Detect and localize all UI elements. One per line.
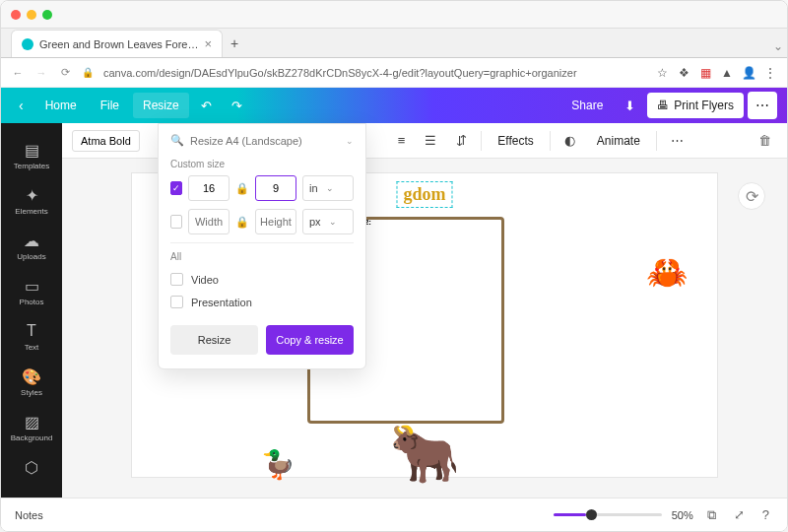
footer-bar: Notes 50% ⧉ ⤢ ? [1,498,787,531]
menu-file[interactable]: File [91,93,129,118]
unit-select-2[interactable]: px⌄ [302,209,354,234]
sidebar-item-templates[interactable]: ▤Templates [1,133,62,178]
window-controls[interactable] [11,10,52,20]
yak-graphic[interactable]: 🐂 [389,420,460,487]
design-title-text[interactable]: gdom [396,181,452,208]
checkbox[interactable] [170,273,183,286]
sidebar-item-background[interactable]: ▨Background [1,405,62,450]
effects-button[interactable]: Effects [490,130,541,152]
photos-icon: ▭ [25,277,39,295]
left-sidebar: ▤Templates ✦Elements ☁Uploads ▭Photos TT… [1,123,62,498]
refresh-canvas-icon[interactable]: ⟳ [738,182,765,210]
clear-icon[interactable]: ⌄ [346,136,354,146]
align-icon[interactable]: ≡ [392,129,412,152]
lock-ratio-icon[interactable]: 🔒 [235,182,249,195]
help-icon[interactable]: ? [758,505,773,524]
menu-home[interactable]: Home [35,93,87,118]
extensions: ☆ ❖ ▦ ▲ 👤 ⋮ [655,66,777,80]
resize-search[interactable]: 🔍 ⌄ [170,134,354,147]
custom-size-checkbox[interactable]: ✓ [170,181,182,195]
zoom-level[interactable]: 50% [672,509,693,521]
new-tab-button[interactable]: + [223,30,246,57]
copy-resize-button[interactable]: Copy & resize [266,325,354,355]
custom-size-label: Custom size [170,159,354,169]
forward-icon[interactable]: → [34,67,48,79]
app-menu-bar: ‹ Home File Resize ↶ ↷ Share ⬇ 🖶 Print F… [1,88,787,123]
resize-button[interactable]: Resize [170,325,258,355]
spacing-icon[interactable]: ⇵ [450,129,473,152]
page-count-icon[interactable]: ⧉ [703,505,720,525]
undo-icon[interactable]: ↶ [193,95,220,117]
kebab-menu-icon[interactable]: ⋮ [763,66,777,80]
more-menu-button[interactable]: ⋯ [748,92,777,119]
resize-option-video[interactable]: Video [170,268,354,291]
extension-icon[interactable]: ▦ [698,66,712,80]
styles-icon: 🎨 [22,367,41,385]
share-button[interactable]: Share [561,93,613,118]
close-window-icon[interactable] [11,10,21,20]
crab-graphic[interactable]: 🦀 [646,252,688,292]
sidebar-item-uploads[interactable]: ☁Uploads [1,224,62,269]
resize-option-presentation[interactable]: Presentation [170,291,354,313]
maximize-window-icon[interactable] [42,10,52,20]
templates-icon: ▤ [25,141,39,159]
redo-icon[interactable]: ↷ [224,95,250,117]
search-icon: 🔍 [170,134,184,147]
close-tab-icon[interactable]: × [204,36,212,51]
height-input-2[interactable] [255,209,296,234]
fullscreen-icon[interactable]: ⤢ [730,505,749,524]
url-text[interactable]: canva.com/design/DAEsdYlpuGo/skBZ278dKrC… [103,67,645,79]
print-label: Print Flyers [674,99,734,112]
minimize-window-icon[interactable] [27,10,36,20]
zoom-slider[interactable] [554,513,662,516]
back-icon[interactable]: ← [11,67,25,79]
notes-button[interactable]: Notes [15,509,43,521]
all-label: All [170,251,354,262]
canvas-area: Atma Bold ≡ ☰ ⇵ Effects ◐ Animate ⋯ 🗑 🔍 … [62,123,787,498]
sidebar-item-text[interactable]: TText [1,314,62,360]
address-bar: ← → ⟳ 🔒 canva.com/design/DAEsdYlpuGo/skB… [1,58,787,88]
font-select[interactable]: Atma Bold [72,130,140,152]
text-icon: T [27,322,36,340]
back-arrow-icon[interactable]: ‹ [11,94,32,117]
extension-icon[interactable]: ▲ [720,66,734,80]
more-icon: ⬡ [25,458,38,476]
tab-title: Green and Brown Leaves Fore… [39,38,198,50]
uploads-icon: ☁ [24,232,39,249]
resize-panel: 🔍 ⌄ Custom size ✓ 🔒 in⌄ 🔒 px⌄ All [158,123,366,369]
elements-icon: ✦ [26,186,38,204]
tab-overflow-icon[interactable]: ⌄ [769,35,787,57]
extension-icon[interactable]: ❖ [677,66,690,80]
sidebar-item-more[interactable]: ⬡ [1,450,62,484]
trash-icon[interactable]: 🗑 [753,129,777,152]
sidebar-item-styles[interactable]: 🎨Styles [1,360,62,405]
checkbox[interactable] [170,296,183,308]
download-icon[interactable]: ⬇ [617,93,643,119]
sidebar-item-photos[interactable]: ▭Photos [1,269,62,314]
bird-graphic[interactable]: 🦆 [261,448,296,481]
print-flyers-button[interactable]: 🖶 Print Flyers [647,93,744,118]
width-input[interactable] [188,175,230,201]
lock-ratio-icon[interactable]: 🔒 [235,216,249,229]
window-titlebar [1,1,787,29]
reload-icon[interactable]: ⟳ [58,66,72,79]
sidebar-item-elements[interactable]: ✦Elements [1,178,62,224]
avatar-icon[interactable]: 👤 [742,66,755,80]
browser-tab[interactable]: Green and Brown Leaves Fore… × [11,30,223,57]
lock-icon: 🔒 [82,67,94,78]
background-icon: ▨ [25,413,39,431]
main-area: ▤Templates ✦Elements ☁Uploads ▭Photos TT… [1,123,787,498]
animate-button[interactable]: Animate [589,130,648,152]
animate-icon: ◐ [558,129,581,152]
unit-select[interactable]: in⌄ [302,175,354,201]
width-input-2[interactable] [188,209,230,234]
menu-resize[interactable]: Resize [133,93,189,118]
list-icon[interactable]: ☰ [419,129,442,152]
print-icon: 🖶 [657,99,669,112]
resize-search-input[interactable] [190,135,340,147]
browser-tab-bar: Green and Brown Leaves Fore… × + ⌄ [1,29,787,58]
star-icon[interactable]: ☆ [655,66,669,80]
custom-size-checkbox-2[interactable] [170,215,182,229]
more-options-icon[interactable]: ⋯ [665,129,690,152]
height-input[interactable] [255,175,296,201]
